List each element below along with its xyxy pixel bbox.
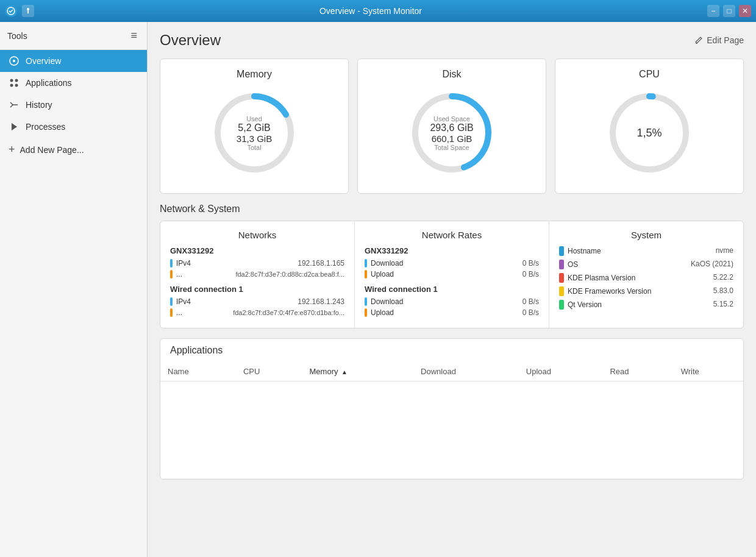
plasma-dot [559,273,564,283]
disk-donut-label: Used Space 293,6 GiB 660,1 GiB Total Spa… [430,115,473,151]
pin-icon [22,5,34,17]
sidebar-item-label-history: History [26,100,52,110]
sidebar-item-history[interactable]: History [0,94,147,116]
dl-dot-2 [365,297,367,306]
ul-value-1: 0 B/s [522,270,539,278]
wired-ipv4-value: 192.168.1.243 [298,297,344,306]
sidebar-header: Tools ≡ [0,22,147,50]
overview-icon [9,55,20,66]
sidebar: Tools ≡ Overview Applications [0,22,148,557]
wired-ipv4-dot [170,297,173,306]
empty-row [160,381,743,479]
memory-donut: Used 5,2 GiB 31,3 GiB Total [209,87,300,179]
system-row-plasma: KDE Plasma Version 5.22.2 [559,273,733,283]
memory-total: 31,3 GiB [237,133,272,144]
ul-value-2: 0 B/s [522,308,539,317]
network-group-2-title: Wired connection 1 [170,285,344,294]
ul-dot-2 [365,308,367,317]
ipv4-label: IPv4 [176,259,294,268]
col-read[interactable]: Read [602,362,673,381]
history-icon [9,99,20,110]
network-group-1-title: GNX331292 [170,246,344,255]
minimize-button[interactable]: − [707,5,719,17]
disk-donut: Used Space 293,6 GiB 660,1 GiB Total Spa… [406,87,497,179]
network-row: ... fda2:8c7f:d3e7:0:d88c:d2ca:bea8:f... [170,270,344,278]
network-rates-row: Download 0 B/s [365,297,539,306]
col-download[interactable]: Download [413,362,519,381]
network-row: IPv4 192.168.1.243 [170,297,344,306]
hostname-dot [559,246,564,256]
os-dot [559,260,564,269]
system-row-os: OS KaOS (2021) [559,260,733,269]
ipv4-dot [170,259,173,268]
dl-label-1: Download [371,259,519,268]
maximize-button[interactable]: □ [723,5,735,17]
sidebar-item-overview[interactable]: Overview [0,50,147,72]
memory-value: 5,2 GiB [237,122,272,133]
ul-label-1: Upload [371,270,519,278]
memory-donut-label: Used 5,2 GiB 31,3 GiB Total [237,115,272,151]
system-row-frameworks: KDE Frameworks Version 5.83.0 [559,286,733,296]
cpu-donut-label: 1,5% [637,127,661,140]
page-header: Overview Edit Page [160,32,744,49]
frameworks-value: 5.83.0 [713,286,733,296]
window-controls: − □ ✕ [707,5,751,17]
sidebar-item-processes[interactable]: Processes [0,116,147,138]
cpu-card-title: CPU [639,69,660,80]
memory-card-title: Memory [237,69,272,80]
plasma-label: KDE Plasma Version [559,273,635,283]
col-name[interactable]: Name [160,362,236,381]
dl-value-1: 0 B/s [522,259,539,268]
dl-label-2: Download [371,297,519,306]
add-new-page-button[interactable]: + Add New Page... [0,138,147,161]
network-section-header: Network & System [160,204,744,215]
wired-ipv6-label: ... [176,308,229,317]
wired-ipv6-dot [170,308,173,317]
cpu-percent: 1,5% [637,127,661,140]
col-upload[interactable]: Upload [519,362,603,381]
window-title: Overview - System Monitor [34,6,707,16]
disk-total: 660,1 GiB [430,133,473,144]
col-cpu[interactable]: CPU [236,362,302,381]
col-write[interactable]: Write [674,362,743,381]
hostname-label: Hostname [559,246,601,256]
ipv6-label: ... [176,270,232,278]
applications-table-body [160,381,743,479]
network-row: ... fda2:8c7f:d3e7:0:4f7e:e870:d1ba:fo..… [170,308,344,317]
cards-row: Memory Used 5,2 GiB 31,3 GiB Total [160,59,744,194]
app-icon [5,5,17,17]
disk-value: 293,6 GiB [430,122,473,133]
ipv6-dot [170,270,173,278]
svg-point-7 [10,84,13,87]
dl-value-2: 0 B/s [522,297,539,306]
memory-used-label: Used [237,115,272,122]
os-value: KaOS (2021) [691,260,733,269]
applications-section: Applications Name CPU Memory ▲ Download … [160,338,744,480]
qt-label: Qt Version [559,300,602,310]
sidebar-item-label-processes: Processes [26,122,65,132]
close-button[interactable]: ✕ [739,5,751,17]
sidebar-item-applications[interactable]: Applications [0,72,147,94]
system-row-hostname: Hostname nvme [559,246,733,256]
disk-card-title: Disk [442,69,461,80]
cpu-card: CPU 1,5% [555,59,744,194]
rates-group-1-title: GNX331292 [365,246,539,255]
processes-icon [9,121,20,132]
network-row: IPv4 192.168.1.165 [170,259,344,268]
sidebar-item-label-applications: Applications [26,78,72,88]
os-label: OS [559,260,578,269]
col-memory[interactable]: Memory ▲ [302,362,414,381]
svg-point-1 [27,8,29,10]
ul-dot-1 [365,270,367,278]
network-rates-row: Download 0 B/s [365,259,539,268]
cpu-donut: 1,5% [604,87,695,179]
hostname-value: nvme [716,246,733,256]
table-header-row: Name CPU Memory ▲ Download Upload Read W… [160,362,743,381]
svg-rect-2 [27,10,29,13]
sidebar-title: Tools [7,31,27,41]
titlebar-left [5,5,34,17]
edit-page-button[interactable]: Edit Page [694,35,744,45]
sidebar-menu-button[interactable]: ≡ [128,28,140,43]
ipv6-value: fda2:8c7f:d3e7:0:d88c:d2ca:bea8:f... [235,271,344,278]
network-rates-panel: Network Rates GNX331292 Download 0 B/s U… [355,221,549,328]
